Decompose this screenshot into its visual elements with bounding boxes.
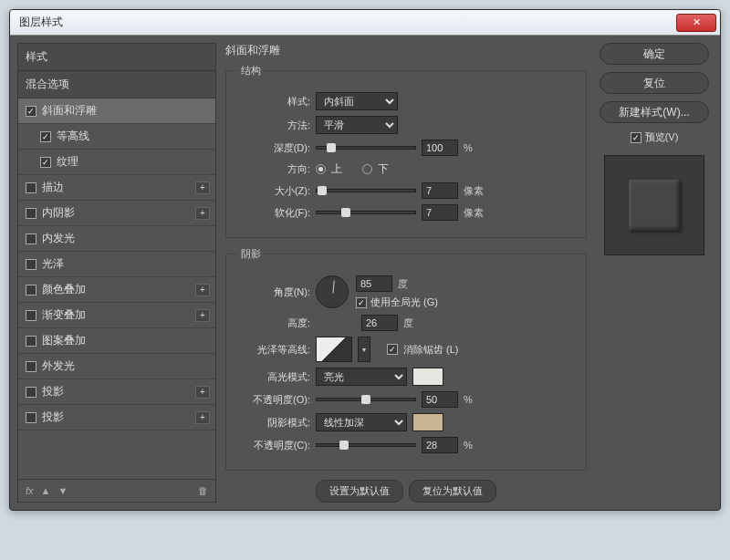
style-item-1[interactable]: 等高线 xyxy=(18,124,215,150)
shadow-opacity-label: 不透明度(C): xyxy=(237,439,310,452)
cancel-button[interactable]: 复位 xyxy=(600,72,709,94)
contour-dropdown[interactable]: ▾ xyxy=(358,337,370,362)
angle-input[interactable] xyxy=(356,275,392,292)
titlebar: 图层样式 ✕ xyxy=(10,10,720,36)
antialias-label: 消除锯齿 (L) xyxy=(403,343,459,357)
style-checkbox[interactable] xyxy=(26,336,36,347)
reset-default-button[interactable]: 复位为默认值 xyxy=(409,480,496,503)
close-button[interactable]: ✕ xyxy=(676,14,716,32)
add-effect-icon[interactable]: + xyxy=(195,284,210,296)
style-item-label: 内发光 xyxy=(42,231,75,246)
depth-slider[interactable] xyxy=(316,146,416,150)
style-item-label: 斜面和浮雕 xyxy=(42,103,97,119)
structure-legend: 结构 xyxy=(237,64,265,78)
style-select[interactable]: 内斜面 xyxy=(316,92,398,110)
style-item-0[interactable]: 斜面和浮雕 xyxy=(18,99,215,124)
style-checkbox[interactable] xyxy=(26,106,36,117)
arrow-up-icon[interactable]: ▲ xyxy=(41,485,51,496)
gloss-label: 光泽等高线: xyxy=(237,343,310,357)
style-item-5[interactable]: 内发光 xyxy=(18,226,215,252)
structure-group: 结构 样式: 内斜面 方法: 平滑 深度(D): % 方向: xyxy=(225,64,587,238)
soften-unit: 像素 xyxy=(464,206,484,220)
make-default-button[interactable]: 设置为默认值 xyxy=(316,480,403,503)
shadow-opacity-slider[interactable] xyxy=(316,443,416,447)
size-slider[interactable] xyxy=(316,189,416,192)
antialias-checkbox[interactable] xyxy=(387,344,398,355)
layer-style-dialog: 图层样式 ✕ 样式 混合选项 斜面和浮雕等高线纹理描边+内阴影+内发光光泽颜色叠… xyxy=(9,9,721,511)
technique-label: 方法: xyxy=(237,119,310,132)
add-effect-icon[interactable]: + xyxy=(195,181,210,194)
style-item-label: 颜色叠加 xyxy=(42,282,86,297)
highlight-opacity-label: 不透明度(O): xyxy=(237,393,310,407)
gloss-contour[interactable] xyxy=(316,337,352,362)
shadow-mode-select[interactable]: 线性加深 xyxy=(316,413,407,431)
style-label: 样式: xyxy=(237,95,310,109)
style-item-label: 描边 xyxy=(42,180,64,195)
size-input[interactable] xyxy=(422,182,458,199)
styles-header[interactable]: 样式 xyxy=(17,43,216,71)
trash-icon[interactable]: 🗑 xyxy=(198,485,208,496)
add-effect-icon[interactable]: + xyxy=(195,411,210,424)
depth-input[interactable] xyxy=(422,140,458,156)
technique-select[interactable]: 平滑 xyxy=(316,116,398,134)
shadow-color-swatch[interactable] xyxy=(412,413,443,431)
style-item-12[interactable]: 投影+ xyxy=(18,405,215,430)
preview-label: 预览(V) xyxy=(645,130,679,144)
defaults-row: 设置为默认值 复位为默认值 xyxy=(225,480,587,503)
style-checkbox[interactable] xyxy=(26,285,36,296)
style-checkbox[interactable] xyxy=(26,182,36,193)
styles-panel: 样式 混合选项 斜面和浮雕等高线纹理描边+内阴影+内发光光泽颜色叠加+渐变叠加+… xyxy=(17,43,216,503)
style-item-label: 投影 xyxy=(42,410,64,425)
add-effect-icon[interactable]: + xyxy=(195,386,210,399)
preview-box xyxy=(604,155,704,255)
add-effect-icon[interactable]: + xyxy=(195,309,210,322)
angle-dial[interactable] xyxy=(316,275,349,308)
new-style-button[interactable]: 新建样式(W)... xyxy=(600,101,709,123)
global-light-checkbox[interactable] xyxy=(356,297,367,308)
style-item-8[interactable]: 渐变叠加+ xyxy=(18,303,215,328)
style-item-10[interactable]: 外发光 xyxy=(18,354,215,379)
direction-down-radio[interactable] xyxy=(362,164,372,174)
style-item-7[interactable]: 颜色叠加+ xyxy=(18,277,215,303)
altitude-input[interactable] xyxy=(361,315,398,331)
global-light-label: 使用全局光 (G) xyxy=(370,296,438,309)
highlight-color-swatch[interactable] xyxy=(412,368,443,386)
style-item-4[interactable]: 内阴影+ xyxy=(18,201,215,226)
blend-options[interactable]: 混合选项 xyxy=(17,71,216,99)
style-item-6[interactable]: 光泽 xyxy=(18,252,215,277)
shading-group: 阴影 角度(N): 度 使用全局光 (G) xyxy=(225,247,587,471)
shading-legend: 阴影 xyxy=(237,247,265,261)
style-checkbox[interactable] xyxy=(26,208,36,219)
style-item-11[interactable]: 投影+ xyxy=(18,379,215,405)
style-item-label: 光泽 xyxy=(42,256,64,272)
add-effect-icon[interactable]: + xyxy=(195,207,210,220)
highlight-opacity-input[interactable] xyxy=(422,391,458,408)
style-checkbox[interactable] xyxy=(26,387,36,398)
shadow-mode-label: 阴影模式: xyxy=(237,416,310,430)
style-checkbox[interactable] xyxy=(26,259,36,270)
style-item-label: 投影 xyxy=(42,384,64,399)
shadow-opacity-input[interactable] xyxy=(422,437,458,453)
style-checkbox[interactable] xyxy=(26,361,36,372)
direction-up-radio[interactable] xyxy=(316,164,326,174)
fx-label[interactable]: fx xyxy=(26,485,34,496)
style-item-2[interactable]: 纹理 xyxy=(18,150,215,175)
style-checkbox[interactable] xyxy=(26,412,36,423)
style-checkbox[interactable] xyxy=(26,233,36,244)
style-item-3[interactable]: 描边+ xyxy=(18,175,215,201)
arrow-down-icon[interactable]: ▼ xyxy=(57,485,68,496)
ok-button[interactable]: 确定 xyxy=(600,43,709,65)
style-item-9[interactable]: 图案叠加 xyxy=(18,328,215,354)
soften-slider[interactable] xyxy=(316,211,416,214)
highlight-mode-select[interactable]: 亮光 xyxy=(316,368,407,386)
style-checkbox[interactable] xyxy=(40,131,51,142)
depth-unit: % xyxy=(464,142,473,153)
angle-unit: 度 xyxy=(398,277,408,291)
style-checkbox[interactable] xyxy=(40,157,51,168)
style-checkbox[interactable] xyxy=(26,310,36,321)
preview-checkbox[interactable] xyxy=(631,132,641,143)
highlight-opacity-slider[interactable] xyxy=(316,398,416,401)
soften-input[interactable] xyxy=(422,204,458,221)
style-item-label: 等高线 xyxy=(57,129,89,144)
dialog-body: 样式 混合选项 斜面和浮雕等高线纹理描边+内阴影+内发光光泽颜色叠加+渐变叠加+… xyxy=(10,36,720,510)
